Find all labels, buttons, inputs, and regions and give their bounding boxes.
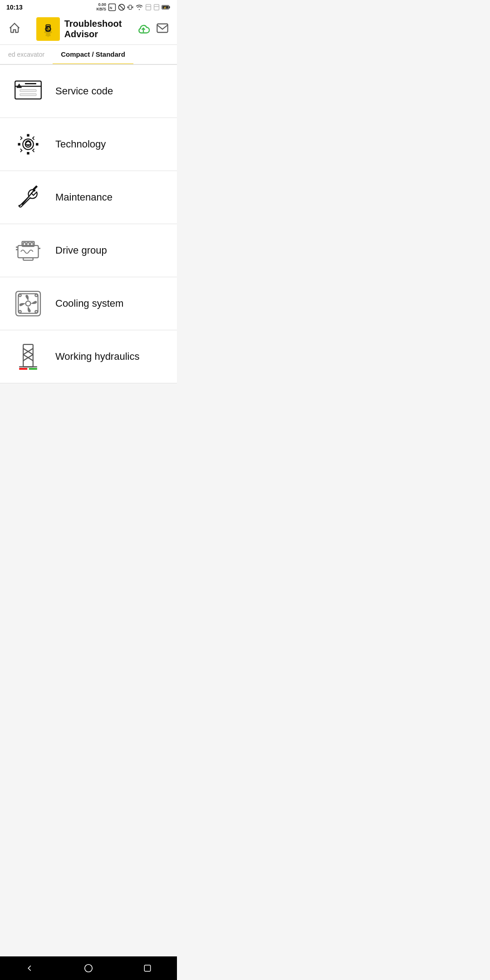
logo-icon-box	[36, 17, 60, 41]
svg-rect-36	[27, 243, 29, 245]
tab-tracked-excavator[interactable]: ed excavator	[0, 45, 53, 64]
svg-text:⚡: ⚡	[163, 6, 167, 10]
home-button[interactable]	[8, 22, 21, 36]
technology-label: Technology	[55, 138, 106, 150]
menu-item-cooling-system[interactable]: Cooling system	[0, 277, 177, 330]
vibrate-icon	[127, 3, 133, 11]
menu-item-service-code[interactable]: Service code	[0, 65, 177, 118]
svg-rect-38	[23, 258, 33, 260]
maintenance-label: Maintenance	[55, 191, 113, 203]
svg-line-3	[119, 5, 123, 9]
svg-rect-23	[157, 24, 167, 32]
block-icon	[118, 4, 125, 11]
svg-point-21	[47, 29, 48, 29]
tab-compact-standard[interactable]: Compact / Standard	[53, 45, 133, 65]
svg-point-44	[19, 310, 21, 313]
header-actions	[137, 22, 169, 36]
svg-rect-14	[169, 6, 170, 8]
wifi-icon	[135, 4, 143, 10]
app-header: Troubleshoot Advisor	[0, 14, 177, 45]
svg-rect-35	[23, 243, 25, 245]
tabs-row: ed excavator Compact / Standard	[0, 45, 177, 65]
menu-item-maintenance[interactable]: Maintenance	[0, 171, 177, 224]
net-speed: 0.00KB/S	[96, 3, 106, 12]
sim2-icon	[153, 4, 160, 11]
svg-point-43	[35, 294, 37, 296]
menu-item-drive-group[interactable]: Drive group	[0, 224, 177, 277]
svg-point-41	[26, 301, 31, 306]
svg-rect-11	[154, 5, 159, 10]
svg-rect-39	[16, 291, 40, 316]
status-bar: 10:13 0.00KB/S N	[0, 0, 177, 14]
battery-icon: ⚡	[162, 4, 171, 10]
svg-rect-37	[30, 243, 33, 245]
svg-point-27	[19, 86, 19, 87]
nfc-icon: N	[108, 3, 116, 11]
cooling-system-label: Cooling system	[55, 298, 123, 309]
svg-rect-29	[20, 89, 36, 92]
svg-line-32	[22, 190, 34, 205]
technology-icon	[10, 126, 46, 162]
working-hydraulics-icon	[10, 338, 46, 375]
sim1-icon	[145, 4, 152, 11]
svg-rect-9	[146, 5, 151, 10]
cooling-system-icon	[10, 285, 46, 322]
menu-item-working-hydraulics[interactable]: Working hydraulics	[0, 330, 177, 383]
mail-button[interactable]	[156, 22, 169, 36]
status-icons: 0.00KB/S N	[96, 3, 171, 12]
cloud-button[interactable]	[137, 22, 150, 36]
svg-point-42	[19, 294, 21, 296]
app-title: Troubleshoot Advisor	[64, 19, 122, 39]
drive-group-label: Drive group	[55, 245, 107, 256]
svg-point-45	[35, 310, 37, 313]
logo-gear-phone-icon	[39, 20, 57, 38]
svg-rect-4	[129, 5, 132, 9]
app-logo: Troubleshoot Advisor	[36, 17, 122, 41]
service-code-icon	[10, 73, 46, 109]
menu-list: Service code Technology	[0, 65, 177, 383]
maintenance-icon	[10, 179, 46, 216]
drive-group-icon	[10, 232, 46, 269]
svg-text:N: N	[110, 6, 112, 10]
status-time: 10:13	[6, 4, 23, 11]
svg-rect-28	[25, 83, 36, 84]
svg-rect-30	[20, 93, 36, 96]
working-hydraulics-label: Working hydraulics	[55, 351, 139, 363]
menu-item-technology[interactable]: Technology	[0, 118, 177, 171]
service-code-label: Service code	[55, 85, 113, 97]
